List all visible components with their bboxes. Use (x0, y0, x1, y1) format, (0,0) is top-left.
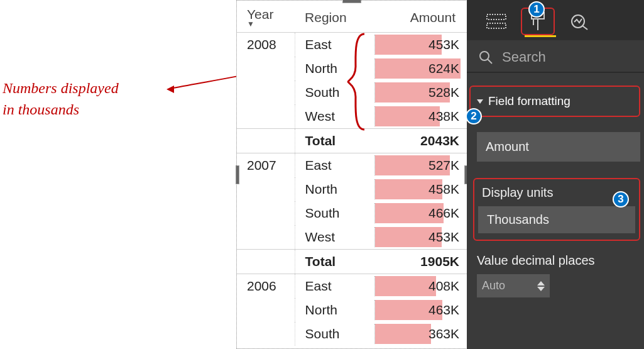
region-cell: South (295, 201, 373, 225)
svg-rect-0 (487, 14, 506, 19)
amount-cell: 453K (373, 33, 467, 57)
search-box[interactable]: Search (467, 40, 644, 73)
amount-cell: 458K (373, 177, 467, 201)
table-row[interactable]: 2006East408K (237, 274, 467, 299)
header-amount[interactable]: Amount (373, 1, 467, 33)
chevron-down-icon[interactable] (537, 287, 545, 291)
svg-line-8 (488, 59, 492, 64)
display-units-group: Display units Thousands (473, 178, 640, 241)
amount-cell: 453K (373, 225, 467, 250)
analytics-tab[interactable] (562, 8, 596, 35)
amount-cell: 438K (373, 104, 467, 129)
amount-cell: 528K (373, 80, 467, 104)
annotation-text: Numbers displayed in thousands (3, 78, 119, 120)
year-cell (237, 57, 295, 80)
table-row[interactable]: North463K (237, 298, 467, 322)
year-cell (237, 104, 295, 129)
decimal-places-stepper[interactable]: Auto (477, 274, 550, 297)
callout-badge-3: 3 (613, 191, 629, 208)
table-row[interactable]: South466K (237, 201, 467, 225)
year-cell: 2006 (237, 274, 295, 299)
panel-tabs (467, 0, 644, 40)
year-cell (237, 322, 295, 346)
decimal-places-label: Value decimal places (477, 253, 644, 268)
header-row: Year ▼ Region Amount (237, 1, 467, 33)
year-cell (237, 177, 295, 201)
year-cell (237, 80, 295, 104)
table-row[interactable]: South528K (237, 80, 467, 104)
callout-badge-1: 1 (528, 1, 545, 18)
svg-point-7 (480, 52, 489, 60)
matrix-inner: Year ▼ Region Amount 2008East453KNorth62… (237, 1, 467, 348)
chevron-up-icon[interactable] (537, 281, 545, 285)
region-cell: South (295, 322, 373, 346)
table-row[interactable]: 2007East527K (237, 153, 467, 178)
amount-cell: 527K (373, 153, 467, 178)
total-row: Total2043K (237, 129, 467, 153)
fields-tab[interactable] (479, 8, 513, 35)
amount-cell: 408K (373, 274, 467, 299)
year-cell (237, 225, 295, 250)
region-cell: East (295, 153, 373, 178)
chevron-down-icon (477, 99, 483, 104)
header-region[interactable]: Region (295, 1, 373, 33)
display-units-label: Display units (478, 184, 635, 206)
search-icon (478, 50, 493, 65)
region-cell: North (295, 57, 373, 80)
year-cell (237, 201, 295, 225)
region-cell: East (295, 274, 373, 299)
table-row[interactable]: West453K (237, 225, 467, 250)
svg-line-6 (582, 26, 587, 30)
year-cell (237, 298, 295, 322)
total-row: Total1905K (237, 250, 467, 274)
amount-cell: 363K (373, 322, 467, 346)
region-cell: West (295, 104, 373, 129)
format-panel: Search Field formatting Amount Display u… (467, 0, 644, 349)
field-selector[interactable]: Amount (477, 132, 640, 162)
region-cell: East (295, 33, 373, 57)
region-cell: North (295, 298, 373, 322)
matrix-table: Year ▼ Region Amount 2008East453KNorth62… (237, 1, 467, 346)
matrix-visual[interactable]: Year ▼ Region Amount 2008East453KNorth62… (236, 0, 467, 349)
table-row[interactable]: South363K (237, 322, 467, 346)
table-row[interactable]: 2008East453K (237, 33, 467, 57)
header-year[interactable]: Year ▼ (237, 1, 295, 33)
callout-badge-2: 2 (466, 108, 482, 125)
table-row[interactable]: North458K (237, 177, 467, 201)
year-cell: 2008 (237, 33, 295, 57)
table-row[interactable]: West438K (237, 104, 467, 129)
table-row[interactable]: North624K (237, 57, 467, 80)
display-units-select[interactable]: Thousands (478, 206, 635, 233)
amount-cell: 463K (373, 298, 467, 322)
svg-rect-1 (487, 23, 506, 28)
region-cell: West (295, 225, 373, 250)
section-field-formatting[interactable]: Field formatting (469, 86, 640, 117)
amount-cell: 624K (373, 57, 467, 80)
region-cell: North (295, 177, 373, 201)
search-placeholder: Search (502, 49, 546, 65)
amount-cell: 466K (373, 201, 467, 225)
region-cell: South (295, 80, 373, 104)
stepper-arrows[interactable] (537, 281, 545, 291)
year-cell: 2007 (237, 153, 295, 178)
decimal-places-group: Value decimal places Auto (477, 253, 644, 297)
tab-underline (525, 35, 556, 37)
